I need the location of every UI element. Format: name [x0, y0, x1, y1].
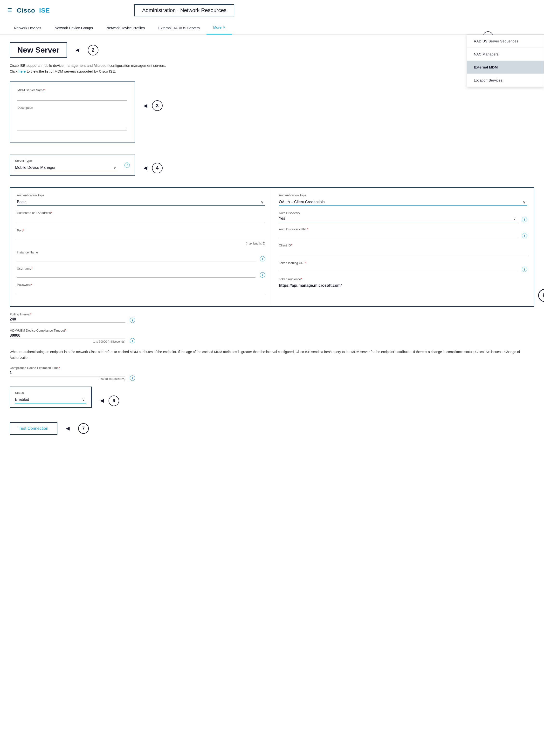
status-select[interactable]: Enabled Disabled — [15, 396, 86, 403]
cache-expiration-label: Compliance Cache Expiration Time* — [10, 366, 60, 370]
token-issuing-url-input[interactable] — [279, 265, 517, 272]
test-connection-row: Test Connection ◄ 7 — [10, 422, 534, 435]
left-auth-type-group: Authentication Type Basic OAuth - Client… — [17, 193, 265, 206]
mdm-timeout-info-icon[interactable]: i — [130, 338, 135, 343]
description-textarea[interactable] — [17, 111, 127, 130]
here-link[interactable]: here — [19, 69, 26, 73]
auth-section-wrapper: Authentication Type Basic OAuth - Client… — [10, 187, 534, 307]
token-audience-label: Token Audience* — [279, 277, 527, 281]
token-issuing-url-group: Token Issuing URL* i — [279, 261, 527, 272]
chevron-down-icon: ∨ — [223, 26, 225, 29]
server-type-section: Server Type Mobile Device Manager Micros… — [10, 155, 135, 176]
nav-more[interactable]: More ∨ — [206, 21, 232, 34]
server-type-info-icon[interactable]: i — [124, 163, 130, 168]
right-auth-type-label: Authentication Type — [279, 193, 527, 197]
token-audience-group: Token Audience* https://api.manage.micro… — [279, 277, 527, 289]
status-row: Status Enabled Disabled ∨ ◄ 6 — [10, 387, 534, 415]
server-type-select-wrapper: Mobile Device Manager Microsoft SCCM ∨ — [15, 164, 118, 171]
username-label: Username* — [17, 267, 33, 270]
auto-discovery-select-wrapper: Yes No ∨ — [279, 215, 517, 222]
port-label: Port* — [17, 229, 265, 232]
instance-name-group: Instance Name i — [17, 251, 265, 261]
description-label: Description — [17, 106, 127, 109]
polling-interval-value: 240 — [10, 316, 125, 323]
auto-discovery-url-input[interactable] — [279, 231, 517, 238]
nav-external-radius-servers[interactable]: External RADIUS Servers — [151, 21, 206, 34]
annotation-3-row: ◄ 3 — [142, 100, 162, 111]
arrow-6: ◄ — [99, 397, 105, 404]
token-issuing-url-label: Token Issuing URL* — [279, 261, 307, 265]
polling-interval-label: Polling Interval* — [10, 313, 31, 316]
right-auth-type-select-wrapper: Basic OAuth – Client Credentials ∨ — [279, 198, 527, 206]
auto-discovery-info-icon[interactable]: i — [522, 217, 527, 222]
main-content: New Server ◄ 2 Cisco ISE supports mobile… — [0, 35, 544, 452]
auto-discovery-select[interactable]: Yes No — [279, 215, 517, 222]
auto-discovery-url-info-icon[interactable]: i — [522, 233, 527, 238]
client-id-group: Client ID* — [279, 244, 527, 256]
username-info-icon[interactable]: i — [260, 272, 265, 278]
server-type-select[interactable]: Mobile Device Manager Microsoft SCCM — [15, 164, 118, 171]
description-text: Cisco ISE supports mobile device managem… — [10, 63, 534, 74]
hamburger-icon[interactable]: ☰ — [7, 7, 12, 14]
hostname-input[interactable] — [17, 216, 265, 223]
brand-ise: ISE — [39, 7, 50, 14]
brand-cisco: Cisco — [17, 7, 35, 14]
header-title: Administration · Network Resources — [134, 4, 234, 16]
auto-discovery-label: Auto Discovery — [279, 211, 300, 215]
client-id-input[interactable] — [279, 249, 527, 256]
test-connection-button[interactable]: Test Connection — [10, 422, 57, 435]
server-type-inner: Server Type Mobile Device Manager Micros… — [15, 159, 118, 171]
username-group: Username* i — [17, 267, 265, 278]
nav-network-devices[interactable]: Network Devices — [7, 21, 48, 34]
cache-expiration-value: 1 — [10, 370, 125, 376]
left-auth-type-select[interactable]: Basic OAuth - Client Credentials — [17, 198, 265, 205]
status-section: Status Enabled Disabled ∨ — [10, 387, 92, 408]
right-auth-type-select[interactable]: Basic OAuth – Client Credentials — [279, 198, 527, 205]
mdm-timeout-value: 30000 — [10, 332, 125, 339]
hostname-label: Hostname or IP Address* — [17, 211, 265, 215]
left-auth-type-select-wrapper: Basic OAuth - Client Credentials ∨ — [17, 198, 265, 206]
password-label: Password* — [17, 283, 265, 286]
password-input[interactable] — [17, 288, 265, 295]
right-auth-type-group: Authentication Type Basic OAuth – Client… — [279, 193, 527, 206]
header: ☰ Cisco ISE Administration · Network Res… — [0, 0, 544, 21]
mdm-timeout-label: MDM/UEM Device Compliance Timeout* — [10, 329, 66, 332]
mdm-server-name-label: MDM Server Name* — [17, 88, 127, 92]
page-title-row: New Server ◄ 2 — [10, 42, 534, 58]
annotation-6-row: ◄ 6 — [99, 395, 119, 406]
description-group: Description — [17, 106, 127, 130]
mdm-server-name-input[interactable] — [17, 93, 127, 101]
auth-right-col: Authentication Type Basic OAuth – Client… — [272, 188, 534, 306]
annotation-4-row: ◄ 4 — [142, 163, 162, 173]
mdm-timeout-hint: 1 to 30000 (milliseconds) — [10, 340, 125, 343]
instance-name-input[interactable] — [17, 254, 255, 261]
dropdown-item-external-mdm[interactable]: External MDM — [467, 61, 544, 74]
password-group: Password* — [17, 283, 265, 295]
token-issuing-url-info-icon[interactable]: i — [522, 267, 527, 272]
username-input[interactable] — [17, 270, 255, 278]
cache-description-text: When re-authenticating an endpoint into … — [10, 349, 534, 361]
nav-network-device-profiles[interactable]: Network Device Profiles — [100, 21, 151, 34]
dropdown-item-nac-managers[interactable]: NAC Managers — [467, 48, 544, 61]
polling-interval-info-icon[interactable]: i — [130, 318, 135, 323]
instance-name-label: Instance Name — [17, 251, 38, 254]
auto-discovery-url-group: Auto Discovery URL* i — [279, 227, 527, 238]
token-audience-value: https://api.manage.microsoft.com/ — [279, 282, 527, 289]
port-input[interactable] — [17, 234, 265, 241]
port-hint: (max length: 5) — [17, 242, 265, 245]
auto-discovery-group: Auto Discovery Yes No ∨ i — [279, 211, 527, 222]
arrow-4: ◄ — [142, 164, 149, 172]
cache-expiration-info-icon[interactable]: i — [130, 375, 135, 381]
annotation-4: 4 — [152, 163, 162, 173]
dropdown-item-radius-sequences[interactable]: RADIUS Server Sequences — [467, 35, 544, 48]
auth-left-col: Authentication Type Basic OAuth - Client… — [10, 188, 272, 306]
nav-network-device-groups[interactable]: Network Device Groups — [48, 21, 100, 34]
status-label: Status — [15, 391, 86, 395]
client-id-label: Client ID* — [279, 244, 527, 247]
instance-name-info-icon[interactable]: i — [260, 256, 265, 261]
auth-columns: Authentication Type Basic OAuth - Client… — [10, 187, 534, 307]
more-dropdown-menu: RADIUS Server Sequences NAC Managers Ext… — [467, 34, 544, 87]
annotation-5: 5 — [538, 289, 544, 302]
dropdown-item-location-services[interactable]: Location Services — [467, 74, 544, 87]
cache-expiration-section: Compliance Cache Expiration Time* 1 1 to… — [10, 366, 135, 381]
